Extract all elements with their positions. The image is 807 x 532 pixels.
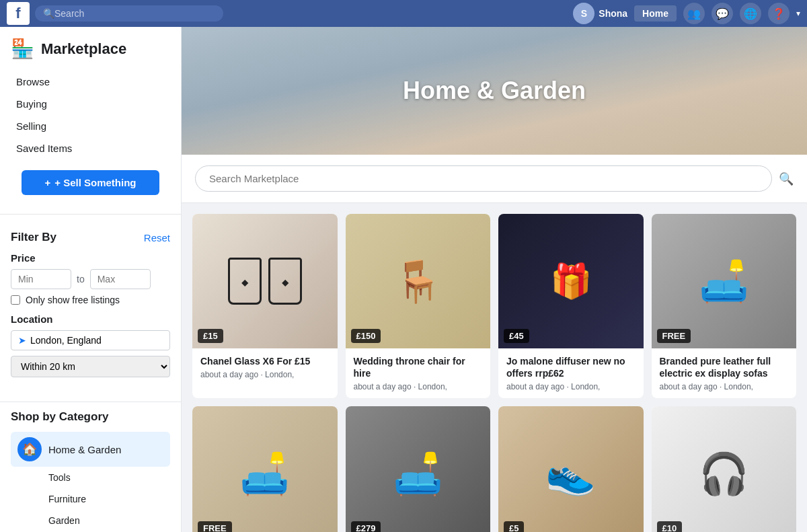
price-badge: £5 [504,521,524,532]
user-info: S Shona [573,3,627,24]
price-badge: £279 [351,521,381,532]
globe-icon[interactable]: 🌐 [740,3,761,24]
product-card[interactable]: 🎁 £45 Jo malone diffuser new no offers r… [498,214,644,398]
filter-title: Filter By [11,231,56,244]
help-icon[interactable]: ❓ [768,3,790,24]
product-title: Wedding throne chair for hire [354,355,483,379]
price-badge: FREE [657,329,691,343]
location-section: Location ➤ Within 2 km Within 5 km Withi… [11,313,170,377]
product-meta: about a day ago · London, [660,382,789,391]
price-badge: £150 [351,329,381,343]
price-label: Price [11,252,170,264]
marketplace-icon: 🏪 [11,38,34,60]
sidebar-item-browse[interactable]: Browse [5,71,176,93]
home-link[interactable]: Home [634,5,677,22]
product-image: 🎧 £10 [652,406,797,532]
distance-select[interactable]: Within 2 km Within 5 km Within 10 km Wit… [11,356,170,377]
product-card[interactable]: 👟 £5 Wooden shoe rack storage about a da… [498,406,644,532]
content-area: Home & Garden 🔍 ⬥ ⬥ £15 Chanel Glass X6 … [182,27,807,532]
product-meta: about a day ago · London, [506,382,636,391]
divider [0,214,181,215]
product-card[interactable]: ⬥ ⬥ £15 Chanel Glass X6 For £15 about a … [192,214,338,398]
nav-right: S Shona Home 👥 💬 🌐 ❓ ▾ [573,3,800,24]
marketplace-title: Marketplace [41,40,126,58]
product-info: Branded pure leather full electric ex di… [652,348,797,398]
home-garden-icon: 🏠 [17,437,42,461]
reset-link[interactable]: Reset [144,232,170,243]
location-input-row[interactable]: ➤ [11,330,170,350]
price-section: Price to Only show free listings [11,252,170,305]
location-input[interactable] [30,335,163,346]
sidebar-nav: Browse Buying Selling Saved Items [0,71,181,159]
sidebar-item-saved[interactable]: Saved Items [5,137,176,159]
global-search-bar[interactable]: 🔍 [35,5,223,22]
product-meta: about a day ago · London, [200,370,330,379]
product-title: Jo malone diffuser new no offers rrp£62 [506,355,636,379]
product-image: ⬥ ⬥ £15 [192,214,338,348]
product-info: Jo malone diffuser new no offers rrp£62 … [498,348,644,398]
subcategory-garden[interactable]: Garden [11,510,170,531]
price-badge: £10 [657,521,683,532]
product-card[interactable]: 🛋️ £279 Silver crushed velvet sofa about… [346,406,491,532]
marketplace-header: 🏪 Marketplace [0,38,181,71]
search-icon: 🔍 [43,8,54,19]
free-listings-label: Only show free listings [26,295,120,305]
sidebar-item-buying[interactable]: Buying [5,93,176,115]
category-item-home-garden[interactable]: 🏠 Home & Garden [11,432,170,467]
location-label: Location [11,313,170,325]
facebook-logo[interactable]: f [7,2,30,25]
divider-2 [0,402,181,402]
price-badge: £15 [198,329,223,343]
product-image: 🛋️ FREE [192,406,338,532]
nav-left: f 🔍 [7,2,223,25]
sidebar-item-selling[interactable]: Selling [5,115,176,137]
sidebar: 🏪 Marketplace Browse Buying Selling Save… [0,27,182,532]
product-card[interactable]: 🛋️ FREE Branded pure leather full electr… [652,214,797,398]
product-grid: ⬥ ⬥ £15 Chanel Glass X6 For £15 about a … [182,203,807,532]
product-card[interactable]: 🛋️ FREE Free reclining sofa set about a … [192,406,338,532]
marketplace-search-button[interactable]: 🔍 [779,172,794,186]
filter-header: Filter By Reset [11,231,170,244]
subcategory-tools[interactable]: Tools [11,467,170,488]
product-info: Chanel Glass X6 For £15 about a day ago … [192,348,338,386]
sell-something-button[interactable]: + + Sell Something [22,170,159,195]
price-badge: FREE [198,521,232,532]
main-layout: 🏪 Marketplace Browse Buying Selling Save… [0,27,807,532]
subcategory-furniture[interactable]: Furniture [11,488,170,510]
avatar: S [573,3,594,24]
product-image: 🛋️ £279 [346,406,491,532]
hero-banner: Home & Garden [182,27,807,155]
product-title: Branded pure leather full electric ex di… [660,355,789,379]
sell-plus-icon: + [44,177,50,188]
product-card[interactable]: 🪑 £150 Wedding throne chair for hire abo… [346,214,491,398]
price-inputs: to [11,269,170,289]
price-badge: £45 [504,329,529,343]
user-name: Shona [599,8,627,19]
price-min-input[interactable] [11,269,71,289]
messenger-icon[interactable]: 💬 [712,3,733,24]
product-image: 🪑 £150 [346,214,491,348]
product-image: 👟 £5 [498,406,644,532]
hero-title: Home & Garden [403,77,586,105]
product-card[interactable]: 🎧 £10 Bluetooth wireless earphones about… [652,406,797,532]
category-section: Shop by Category 🏠 Home & Garden Tools F… [0,410,181,532]
sell-button-label: + Sell Something [54,177,136,188]
global-search-input[interactable] [54,8,209,19]
product-image: 🛋️ FREE [652,214,797,348]
location-arrow-icon: ➤ [18,335,26,346]
product-meta: about a day ago · London, [354,382,483,391]
product-info: Wedding throne chair for hire about a da… [346,348,491,398]
filter-section: Filter By Reset Price to Only show free … [0,223,181,393]
free-listings-checkbox[interactable] [11,295,20,305]
top-navigation: f 🔍 S Shona Home 👥 💬 🌐 ❓ ▾ [0,0,807,27]
dropdown-arrow-icon[interactable]: ▾ [796,9,800,18]
free-listings-row: Only show free listings [11,295,170,305]
price-max-input[interactable] [90,269,151,289]
price-to-text: to [77,274,85,284]
friends-icon[interactable]: 👥 [683,3,705,24]
product-title: Chanel Glass X6 For £15 [200,355,330,367]
fb-logo-text: f [15,5,20,22]
marketplace-search-bar: 🔍 [182,155,807,203]
marketplace-search-input[interactable] [195,165,772,192]
category-label-home-garden: Home & Garden [48,444,121,455]
